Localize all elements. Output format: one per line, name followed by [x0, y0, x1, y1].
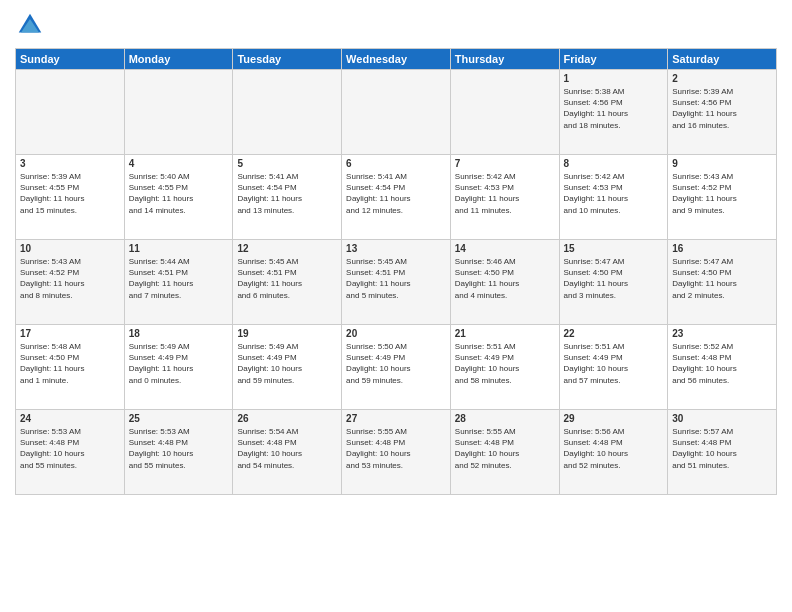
day-cell: 12Sunrise: 5:45 AM Sunset: 4:51 PM Dayli… — [233, 240, 342, 325]
day-cell — [342, 70, 451, 155]
week-row-1: 1Sunrise: 5:38 AM Sunset: 4:56 PM Daylig… — [16, 70, 777, 155]
day-cell: 1Sunrise: 5:38 AM Sunset: 4:56 PM Daylig… — [559, 70, 668, 155]
day-number: 10 — [20, 243, 120, 254]
day-cell: 8Sunrise: 5:42 AM Sunset: 4:53 PM Daylig… — [559, 155, 668, 240]
week-row-4: 17Sunrise: 5:48 AM Sunset: 4:50 PM Dayli… — [16, 325, 777, 410]
day-cell: 28Sunrise: 5:55 AM Sunset: 4:48 PM Dayli… — [450, 410, 559, 495]
day-info: Sunrise: 5:53 AM Sunset: 4:48 PM Dayligh… — [129, 426, 229, 471]
day-cell: 9Sunrise: 5:43 AM Sunset: 4:52 PM Daylig… — [668, 155, 777, 240]
day-cell: 30Sunrise: 5:57 AM Sunset: 4:48 PM Dayli… — [668, 410, 777, 495]
day-number: 29 — [564, 413, 664, 424]
header — [15, 10, 777, 40]
day-cell: 4Sunrise: 5:40 AM Sunset: 4:55 PM Daylig… — [124, 155, 233, 240]
header-row: SundayMondayTuesdayWednesdayThursdayFrid… — [16, 49, 777, 70]
day-cell: 10Sunrise: 5:43 AM Sunset: 4:52 PM Dayli… — [16, 240, 125, 325]
day-info: Sunrise: 5:41 AM Sunset: 4:54 PM Dayligh… — [237, 171, 337, 216]
week-row-3: 10Sunrise: 5:43 AM Sunset: 4:52 PM Dayli… — [16, 240, 777, 325]
day-info: Sunrise: 5:39 AM Sunset: 4:56 PM Dayligh… — [672, 86, 772, 131]
week-row-2: 3Sunrise: 5:39 AM Sunset: 4:55 PM Daylig… — [16, 155, 777, 240]
day-number: 16 — [672, 243, 772, 254]
day-cell — [16, 70, 125, 155]
day-cell: 27Sunrise: 5:55 AM Sunset: 4:48 PM Dayli… — [342, 410, 451, 495]
day-number: 8 — [564, 158, 664, 169]
day-cell: 22Sunrise: 5:51 AM Sunset: 4:49 PM Dayli… — [559, 325, 668, 410]
day-number: 12 — [237, 243, 337, 254]
day-number: 18 — [129, 328, 229, 339]
day-info: Sunrise: 5:47 AM Sunset: 4:50 PM Dayligh… — [672, 256, 772, 301]
day-cell — [450, 70, 559, 155]
day-number: 20 — [346, 328, 446, 339]
day-info: Sunrise: 5:55 AM Sunset: 4:48 PM Dayligh… — [455, 426, 555, 471]
day-info: Sunrise: 5:51 AM Sunset: 4:49 PM Dayligh… — [455, 341, 555, 386]
calendar-table: SundayMondayTuesdayWednesdayThursdayFrid… — [15, 48, 777, 495]
day-cell: 14Sunrise: 5:46 AM Sunset: 4:50 PM Dayli… — [450, 240, 559, 325]
day-cell: 17Sunrise: 5:48 AM Sunset: 4:50 PM Dayli… — [16, 325, 125, 410]
day-number: 19 — [237, 328, 337, 339]
day-info: Sunrise: 5:42 AM Sunset: 4:53 PM Dayligh… — [564, 171, 664, 216]
day-number: 14 — [455, 243, 555, 254]
day-cell: 29Sunrise: 5:56 AM Sunset: 4:48 PM Dayli… — [559, 410, 668, 495]
day-info: Sunrise: 5:53 AM Sunset: 4:48 PM Dayligh… — [20, 426, 120, 471]
day-number: 28 — [455, 413, 555, 424]
day-info: Sunrise: 5:49 AM Sunset: 4:49 PM Dayligh… — [237, 341, 337, 386]
day-header-thursday: Thursday — [450, 49, 559, 70]
day-header-sunday: Sunday — [16, 49, 125, 70]
logo-icon — [15, 10, 45, 40]
day-number: 15 — [564, 243, 664, 254]
day-number: 27 — [346, 413, 446, 424]
day-cell: 7Sunrise: 5:42 AM Sunset: 4:53 PM Daylig… — [450, 155, 559, 240]
day-info: Sunrise: 5:52 AM Sunset: 4:48 PM Dayligh… — [672, 341, 772, 386]
day-cell: 20Sunrise: 5:50 AM Sunset: 4:49 PM Dayli… — [342, 325, 451, 410]
day-header-friday: Friday — [559, 49, 668, 70]
day-number: 17 — [20, 328, 120, 339]
day-cell: 21Sunrise: 5:51 AM Sunset: 4:49 PM Dayli… — [450, 325, 559, 410]
day-cell: 11Sunrise: 5:44 AM Sunset: 4:51 PM Dayli… — [124, 240, 233, 325]
day-number: 11 — [129, 243, 229, 254]
day-number: 24 — [20, 413, 120, 424]
day-info: Sunrise: 5:47 AM Sunset: 4:50 PM Dayligh… — [564, 256, 664, 301]
day-number: 25 — [129, 413, 229, 424]
day-number: 2 — [672, 73, 772, 84]
day-cell: 3Sunrise: 5:39 AM Sunset: 4:55 PM Daylig… — [16, 155, 125, 240]
day-cell — [124, 70, 233, 155]
day-info: Sunrise: 5:55 AM Sunset: 4:48 PM Dayligh… — [346, 426, 446, 471]
day-number: 23 — [672, 328, 772, 339]
day-info: Sunrise: 5:43 AM Sunset: 4:52 PM Dayligh… — [672, 171, 772, 216]
day-header-saturday: Saturday — [668, 49, 777, 70]
day-info: Sunrise: 5:41 AM Sunset: 4:54 PM Dayligh… — [346, 171, 446, 216]
day-number: 1 — [564, 73, 664, 84]
day-cell — [233, 70, 342, 155]
day-info: Sunrise: 5:39 AM Sunset: 4:55 PM Dayligh… — [20, 171, 120, 216]
day-info: Sunrise: 5:42 AM Sunset: 4:53 PM Dayligh… — [455, 171, 555, 216]
day-info: Sunrise: 5:49 AM Sunset: 4:49 PM Dayligh… — [129, 341, 229, 386]
day-info: Sunrise: 5:50 AM Sunset: 4:49 PM Dayligh… — [346, 341, 446, 386]
day-number: 21 — [455, 328, 555, 339]
day-cell: 13Sunrise: 5:45 AM Sunset: 4:51 PM Dayli… — [342, 240, 451, 325]
day-number: 3 — [20, 158, 120, 169]
day-info: Sunrise: 5:57 AM Sunset: 4:48 PM Dayligh… — [672, 426, 772, 471]
day-cell: 25Sunrise: 5:53 AM Sunset: 4:48 PM Dayli… — [124, 410, 233, 495]
day-number: 26 — [237, 413, 337, 424]
day-info: Sunrise: 5:40 AM Sunset: 4:55 PM Dayligh… — [129, 171, 229, 216]
day-info: Sunrise: 5:48 AM Sunset: 4:50 PM Dayligh… — [20, 341, 120, 386]
day-cell: 16Sunrise: 5:47 AM Sunset: 4:50 PM Dayli… — [668, 240, 777, 325]
day-info: Sunrise: 5:45 AM Sunset: 4:51 PM Dayligh… — [237, 256, 337, 301]
day-number: 22 — [564, 328, 664, 339]
day-header-monday: Monday — [124, 49, 233, 70]
day-cell: 24Sunrise: 5:53 AM Sunset: 4:48 PM Dayli… — [16, 410, 125, 495]
day-cell: 2Sunrise: 5:39 AM Sunset: 4:56 PM Daylig… — [668, 70, 777, 155]
day-cell: 23Sunrise: 5:52 AM Sunset: 4:48 PM Dayli… — [668, 325, 777, 410]
day-number: 7 — [455, 158, 555, 169]
day-header-wednesday: Wednesday — [342, 49, 451, 70]
day-cell: 6Sunrise: 5:41 AM Sunset: 4:54 PM Daylig… — [342, 155, 451, 240]
day-info: Sunrise: 5:43 AM Sunset: 4:52 PM Dayligh… — [20, 256, 120, 301]
day-number: 13 — [346, 243, 446, 254]
day-cell: 5Sunrise: 5:41 AM Sunset: 4:54 PM Daylig… — [233, 155, 342, 240]
day-number: 30 — [672, 413, 772, 424]
day-number: 5 — [237, 158, 337, 169]
day-info: Sunrise: 5:56 AM Sunset: 4:48 PM Dayligh… — [564, 426, 664, 471]
day-cell: 15Sunrise: 5:47 AM Sunset: 4:50 PM Dayli… — [559, 240, 668, 325]
day-cell: 26Sunrise: 5:54 AM Sunset: 4:48 PM Dayli… — [233, 410, 342, 495]
day-header-tuesday: Tuesday — [233, 49, 342, 70]
day-cell: 19Sunrise: 5:49 AM Sunset: 4:49 PM Dayli… — [233, 325, 342, 410]
